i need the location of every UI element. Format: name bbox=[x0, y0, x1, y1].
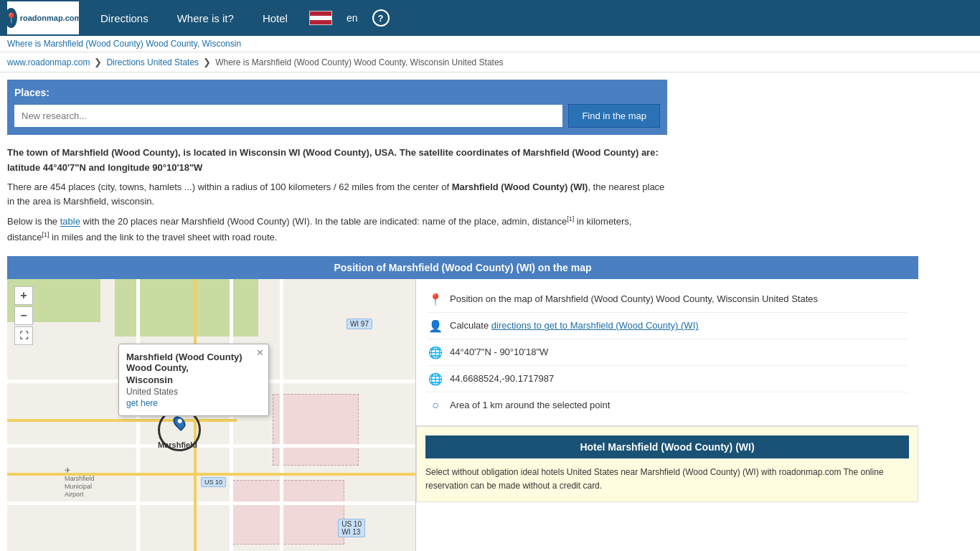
marker-dot bbox=[176, 418, 182, 424]
info-panel: 📍 Position on the map of Marshfield (Woo… bbox=[416, 279, 918, 426]
map-road-v3 bbox=[280, 279, 283, 551]
hotel-button[interactable]: Hotel Marshfield (Wood County) (WI) bbox=[425, 435, 909, 458]
search-input-row: Find in the map bbox=[14, 104, 660, 128]
hotel-description: Select without obligation ideal hotels U… bbox=[425, 466, 909, 493]
hotel-panel: Hotel Marshfield (Wood County) (WI) Sele… bbox=[416, 426, 918, 502]
directions-link[interactable]: directions to get to Marshfield (Wood Co… bbox=[491, 320, 699, 331]
zoom-in-button[interactable]: + bbox=[14, 286, 33, 305]
globe-icon-1: 🌐 bbox=[427, 346, 444, 359]
zoom-out-button[interactable]: − bbox=[14, 306, 33, 325]
flag-icon[interactable] bbox=[309, 11, 332, 25]
map-header: Position of Marshfield (Wood County) (WI… bbox=[7, 256, 918, 279]
logo-icon: 📍 bbox=[5, 8, 17, 28]
nav-directions[interactable]: Directions bbox=[86, 0, 163, 36]
breadcrumb-top: Where is Marshfield (Wood County) Wood C… bbox=[0, 36, 980, 52]
map-popup: ✕ Marshfield (Wood County) Wood County, … bbox=[118, 344, 269, 416]
circle-icon: ○ bbox=[427, 399, 444, 412]
logo-text: roadonmap.com bbox=[20, 14, 82, 22]
nav-whereis[interactable]: Where is it? bbox=[163, 0, 248, 36]
map-wrapper: WI 97 ✈MarshfieldMunicipalAirport US 10W… bbox=[7, 279, 416, 551]
main-content: Places: Find in the map The town of Mars… bbox=[0, 72, 980, 551]
popup-close[interactable]: ✕ bbox=[256, 347, 264, 358]
map-road-yellow-2 bbox=[7, 419, 237, 422]
table-link[interactable]: table bbox=[60, 217, 80, 227]
map-road-h3 bbox=[7, 501, 415, 505]
person-icon: 👤 bbox=[427, 319, 444, 333]
popup-title2: Wisconsin bbox=[126, 375, 261, 385]
info-row-area: ○ Area of 1 km around the selected point bbox=[427, 392, 908, 418]
help-button[interactable]: ? bbox=[372, 9, 390, 27]
us-badge-2: US 10 bbox=[201, 477, 226, 487]
position-text: Position on the map of Marshfield (Wood … bbox=[450, 292, 908, 306]
breadcrumb-top-link[interactable]: Where is Marshfield (Wood County) Wood C… bbox=[7, 39, 241, 49]
globe-icon-2: 🌐 bbox=[427, 372, 444, 386]
calculate-text: Calculate directions to get to Marshfiel… bbox=[450, 319, 908, 333]
us-badge-1: US 10WI 13 bbox=[338, 519, 365, 537]
find-button[interactable]: Find in the map bbox=[568, 104, 660, 128]
airport-label: ✈MarshfieldMunicipalAirport bbox=[65, 466, 95, 498]
search-label: Places: bbox=[14, 87, 660, 98]
search-input[interactable] bbox=[14, 105, 562, 127]
map-container[interactable]: WI 97 ✈MarshfieldMunicipalAirport US 10W… bbox=[7, 279, 416, 551]
breadcrumb-home[interactable]: www.roadonmap.com bbox=[7, 57, 90, 67]
nav-hotel[interactable]: Hotel bbox=[248, 0, 302, 36]
popup-subtitle: United States bbox=[126, 387, 261, 397]
map-section-outer: Position of Marshfield (Wood County) (WI… bbox=[7, 256, 918, 551]
area-text: Area of 1 km around the selected point bbox=[450, 398, 908, 413]
popup-get-here[interactable]: get here bbox=[126, 398, 158, 408]
map-area-pink-1 bbox=[273, 394, 359, 466]
coords-decimal: 44.6688524,-90.1717987 bbox=[450, 372, 908, 386]
breadcrumb-current: Where is Marshfield (Wood County) Wood C… bbox=[215, 57, 504, 67]
popup-title: Marshfield (Wood County) Wood County, bbox=[126, 352, 261, 373]
right-panel: 📍 Position on the map of Marshfield (Woo… bbox=[416, 279, 918, 551]
coords-dms: 44°40'7"N - 90°10'18"W bbox=[450, 345, 908, 359]
logo[interactable]: 📍 roadonmap.com bbox=[7, 1, 79, 34]
navbar: 📍 roadonmap.com Directions Where is it? … bbox=[0, 0, 980, 36]
location-icon: 📍 bbox=[427, 293, 444, 306]
map-area-pink-2 bbox=[230, 480, 344, 545]
wi-badge: WI 97 bbox=[347, 319, 372, 329]
fullscreen-button[interactable]: ⛶ bbox=[14, 326, 33, 345]
search-panel: Places: Find in the map bbox=[7, 80, 667, 135]
map-and-right: WI 97 ✈MarshfieldMunicipalAirport US 10W… bbox=[7, 279, 918, 551]
info-row-dms: 🌐 44°40'7"N - 90°10'18"W bbox=[427, 339, 908, 366]
breadcrumb-bar: www.roadonmap.com ❯ Directions United St… bbox=[0, 52, 980, 72]
info-row-position: 📍 Position on the map of Marshfield (Woo… bbox=[427, 286, 908, 313]
description-para2: There are 454 places (city, towns, hamle… bbox=[7, 180, 667, 210]
breadcrumb-directions[interactable]: Directions United States bbox=[106, 57, 199, 67]
info-row-decimal: 🌐 44.6688524,-90.1717987 bbox=[427, 366, 908, 392]
marker-label: Marshfield bbox=[158, 441, 197, 449]
nav-links: Directions Where is it? Hotel en ? bbox=[86, 0, 390, 36]
lang-selector[interactable]: en bbox=[339, 12, 365, 24]
info-row-calculate: 👤 Calculate directions to get to Marshfi… bbox=[427, 313, 908, 339]
chevron-icon-2: ❯ bbox=[203, 57, 211, 67]
chevron-icon-1: ❯ bbox=[94, 57, 102, 67]
map-controls: + − ⛶ bbox=[14, 286, 33, 345]
description-para3: Below is the table with the 20 places ne… bbox=[7, 214, 667, 245]
map-road-h2 bbox=[7, 444, 415, 448]
description-main: The town of Marshfield (Wood County), is… bbox=[7, 146, 667, 176]
description-box: The town of Marshfield (Wood County), is… bbox=[7, 146, 667, 245]
